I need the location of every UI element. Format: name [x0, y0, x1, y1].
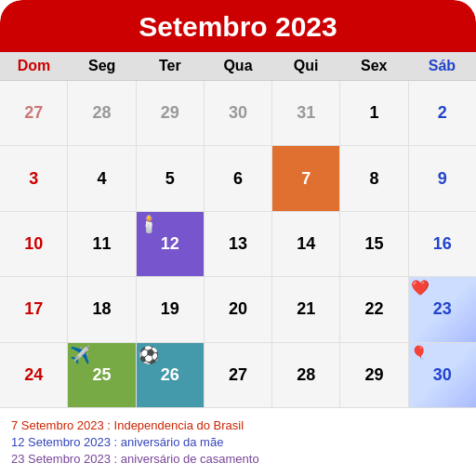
cell-12[interactable]: 🕯️ 12 — [137, 212, 204, 276]
cell-21[interactable]: 21 — [272, 277, 339, 341]
note-1: 7 Setembro 2023 : Independencia do Brasi… — [11, 418, 465, 432]
notes-section: 7 Setembro 2023 : Independencia do Brasi… — [0, 407, 476, 476]
day-sex: Sex — [340, 52, 408, 80]
cell-aug-30[interactable]: 30 — [205, 81, 271, 145]
cell-26[interactable]: ⚽ 26 — [137, 343, 204, 407]
cell-13[interactable]: 13 — [205, 212, 271, 276]
cell-11[interactable]: 11 — [68, 212, 135, 276]
day-qui: Qui — [272, 52, 340, 80]
day-qua: Qua — [204, 52, 271, 80]
cell-24[interactable]: 24 — [0, 343, 67, 407]
cell-2[interactable]: 2 — [409, 81, 476, 145]
cell-22[interactable]: 22 — [340, 277, 407, 341]
cell-8[interactable]: 8 — [340, 146, 407, 210]
cell-4[interactable]: 4 — [68, 146, 135, 210]
cell-aug-31[interactable]: 31 — [272, 81, 339, 145]
cell-18[interactable]: 18 — [68, 277, 135, 341]
cell-aug-27[interactable]: 27 — [0, 81, 67, 145]
note-2: 12 Setembro 2023 : aniversário da mãe — [11, 435, 465, 449]
cell-16[interactable]: 16 — [409, 212, 476, 276]
note-3: 23 Setembro 2023 : aniversário de casame… — [11, 452, 465, 466]
day-dom: Dom — [0, 52, 68, 80]
cell-29[interactable]: 29 — [340, 343, 407, 407]
days-header: Dom Seg Ter Qua Qui Sex Sáb — [0, 52, 476, 81]
cell-6[interactable]: 6 — [205, 146, 271, 210]
cell-9[interactable]: 9 — [409, 146, 476, 210]
calendar-wrapper: Setembro 2023 Dom Seg Ter Qua Qui Sex Sá… — [0, 0, 476, 476]
day-ter: Ter — [136, 52, 204, 80]
cell-27[interactable]: 27 — [205, 343, 271, 407]
cell-14[interactable]: 14 — [272, 212, 339, 276]
calendar-header: Setembro 2023 — [0, 0, 476, 52]
calendar-grid: 27 28 29 30 31 1 2 3 4 5 6 7 8 9 10 11 🕯… — [0, 81, 476, 407]
cell-7[interactable]: 7 — [272, 146, 339, 210]
cell-20[interactable]: 20 — [205, 277, 271, 341]
cell-28[interactable]: 28 — [272, 343, 339, 407]
cell-aug-29[interactable]: 29 — [137, 81, 204, 145]
cell-17[interactable]: 17 — [0, 277, 67, 341]
cell-aug-28[interactable]: 28 — [68, 81, 135, 145]
cell-30[interactable]: 🎈 30 — [409, 343, 476, 407]
cell-19[interactable]: 19 — [137, 277, 204, 341]
day-sab: Sáb — [408, 52, 476, 80]
cell-25[interactable]: ✈️ 25 — [68, 343, 135, 407]
cell-5[interactable]: 5 — [137, 146, 204, 210]
header-title: Setembro 2023 — [139, 11, 337, 42]
cell-3[interactable]: 3 — [0, 146, 67, 210]
cell-15[interactable]: 15 — [340, 212, 407, 276]
cell-23[interactable]: ❤️ 23 — [409, 277, 476, 341]
cell-1[interactable]: 1 — [340, 81, 407, 145]
cell-10[interactable]: 10 — [0, 212, 67, 276]
day-seg: Seg — [68, 52, 136, 80]
